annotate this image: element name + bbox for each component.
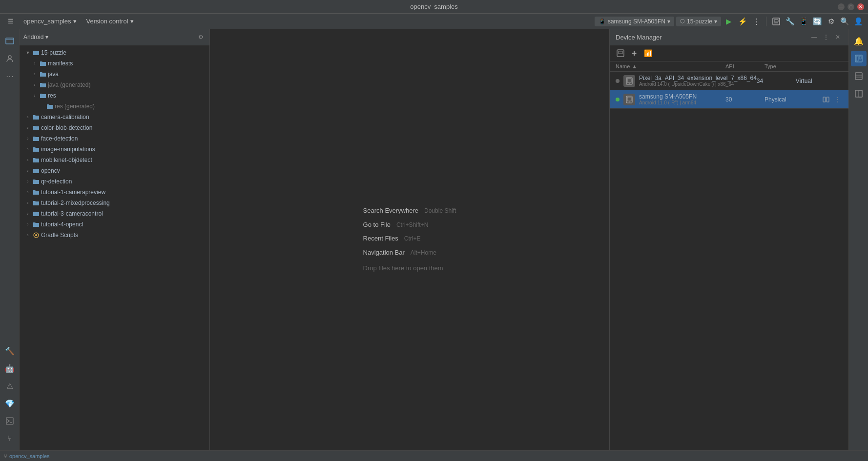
expand-face-detection-arrow[interactable]: ›: [24, 135, 31, 142]
sidebar-more-icon[interactable]: ⋯: [2, 68, 18, 84]
tree-label: tutorial-3-cameracontrol: [41, 210, 103, 217]
sidebar-build-icon[interactable]: 🔨: [2, 343, 18, 359]
expand-qr-detection-arrow[interactable]: ›: [24, 178, 31, 185]
file-tree-toolbar: ⚙: [196, 32, 206, 42]
expand-java-arrow[interactable]: ›: [31, 71, 38, 78]
hint-search-everywhere: Search Everywhere Double Shift: [363, 204, 456, 218]
expand-opencv-arrow[interactable]: ›: [24, 167, 31, 174]
device-mirror-btn[interactable]: [821, 95, 831, 104]
device-manager-toolbar-icon[interactable]: [770, 16, 782, 27]
expand-t1-arrow[interactable]: ›: [24, 189, 31, 196]
status-bar: ⑂ opencv_samples: [0, 450, 868, 461]
tree-item-tutorial-1-camerapreview[interactable]: › tutorial-1-camerapreview: [20, 187, 209, 198]
tree-item-tutorial-4-opencl[interactable]: › tutorial-4-opencl: [20, 219, 209, 230]
settings-button[interactable]: ⚙: [825, 16, 837, 27]
account-button[interactable]: 👤: [852, 16, 864, 27]
tree-item-res-generated[interactable]: res (generated): [20, 101, 209, 112]
svg-rect-12: [627, 79, 631, 82]
dm-close-btn[interactable]: ✕: [833, 32, 843, 42]
dm-table-header: Name ▲ API Type: [610, 61, 848, 72]
folder-icon: [32, 135, 40, 142]
dm-add-button[interactable]: +: [629, 48, 639, 58]
expand-color-blob-arrow[interactable]: ›: [24, 124, 31, 131]
device-selector[interactable]: 📱 samsung SM-A505FN ▾: [595, 17, 674, 26]
profile-run-button[interactable]: ⚡: [737, 16, 748, 27]
sidebar-warning-icon[interactable]: ⚠: [2, 378, 18, 394]
tree-item-tutorial-3-cameracontrol[interactable]: › tutorial-3-cameracontrol: [20, 208, 209, 219]
more-run-options-button[interactable]: ⋮: [750, 16, 762, 27]
tree-item-qr-detection[interactable]: › qr-detection: [20, 176, 209, 187]
sync-button[interactable]: 🔄: [811, 16, 823, 27]
expand-gradle-arrow[interactable]: ›: [24, 232, 31, 239]
expand-t3-arrow[interactable]: ›: [24, 210, 31, 217]
device-row-actions: ⋮: [813, 95, 843, 104]
expand-java-gen-arrow[interactable]: ›: [31, 81, 38, 88]
tree-item-tutorial-2-mixedprocessing[interactable]: › tutorial-2-mixedprocessing: [20, 198, 209, 208]
tree-label: camera-calibration: [41, 114, 89, 120]
expand-image-manip-arrow[interactable]: ›: [24, 146, 31, 153]
android-view-label: Android: [23, 34, 43, 40]
dm-toolbar: + 📶: [610, 45, 848, 61]
expand-camera-arrow[interactable]: ›: [24, 114, 31, 120]
expand-15-puzzle-arrow[interactable]: ▼: [24, 49, 31, 56]
tree-label: tutorial-2-mixedprocessing: [41, 200, 110, 206]
tree-item-camera-calibration[interactable]: › camera-calibration: [20, 112, 209, 122]
svg-rect-1: [774, 20, 778, 22]
tree-item-image-manipulations[interactable]: › image-manipulations: [20, 144, 209, 155]
device-name: Pixel_3a_API_34_extension_level_7_x86_64: [639, 75, 757, 81]
tree-item-java[interactable]: › java: [20, 69, 209, 80]
dm-wifi-button[interactable]: 📶: [643, 48, 653, 58]
file-tree-gear-icon[interactable]: ⚙: [196, 32, 206, 42]
dm-virtual-tab[interactable]: [616, 48, 625, 58]
folder-icon: [32, 124, 40, 132]
status-branch-item[interactable]: ⑂ opencv_samples: [4, 453, 50, 459]
device-overflow-btn[interactable]: ⋮: [833, 95, 843, 104]
maximize-btn[interactable]: □: [847, 3, 854, 10]
dm-device-row-pixel3a[interactable]: Pixel_3a_API_34_extension_level_7_x86_64…: [610, 72, 848, 90]
tree-item-res[interactable]: › res: [20, 90, 209, 101]
right-panel-2-icon[interactable]: [851, 68, 867, 84]
run-config-selector[interactable]: ⬡ 15-puzzle ▾: [676, 17, 721, 26]
tree-item-java-generated[interactable]: › java (generated): [20, 80, 209, 90]
sidebar-git-icon[interactable]: ⑂: [2, 431, 18, 446]
notifications-icon[interactable]: 🔔: [851, 33, 867, 49]
avd-manager-button[interactable]: 📱: [798, 16, 809, 27]
version-control-menu[interactable]: Version control ▾: [83, 16, 138, 27]
sdk-manager-button[interactable]: 🔧: [784, 16, 796, 27]
expand-mobilenet-arrow[interactable]: ›: [24, 157, 31, 163]
dm-col-name-header[interactable]: Name ▲: [616, 63, 725, 69]
dm-overflow-btn[interactable]: ⋮: [821, 32, 831, 42]
sidebar-android-icon[interactable]: 🤖: [2, 361, 18, 376]
tree-item-manifests[interactable]: › manifests: [20, 58, 209, 69]
tree-item-gradle-scripts[interactable]: › Gradle Scripts: [20, 230, 209, 241]
sidebar-terminal-icon[interactable]: [2, 413, 18, 429]
sidebar-project-icon[interactable]: [2, 33, 18, 49]
sidebar-gem-icon[interactable]: 💎: [2, 396, 18, 411]
minimize-btn[interactable]: —: [838, 3, 845, 10]
tree-item-15-puzzle[interactable]: ▼ 15-puzzle: [20, 47, 209, 58]
expand-t2-arrow[interactable]: ›: [24, 200, 31, 206]
run-button[interactable]: ▶: [723, 16, 735, 27]
device-manager-panel-icon[interactable]: [851, 51, 867, 66]
expand-res-arrow[interactable]: ›: [31, 92, 38, 99]
tree-item-color-blob-detection[interactable]: › color-blob-detection: [20, 122, 209, 133]
tree-item-mobilenet-objdetect[interactable]: › mobilenet-objdetect: [20, 155, 209, 165]
run-config-arrow-icon: ▾: [714, 18, 717, 25]
tree-item-face-detection[interactable]: › face-detection: [20, 133, 209, 144]
close-btn[interactable]: ✕: [857, 3, 864, 10]
android-view-arrow[interactable]: ▾: [45, 34, 48, 40]
tree-item-opencv[interactable]: › opencv: [20, 165, 209, 176]
folder-icon: [46, 102, 54, 110]
dm-minimize-btn[interactable]: —: [809, 32, 819, 42]
hamburger-menu[interactable]: ☰: [4, 16, 18, 27]
expand-manifests-arrow[interactable]: ›: [31, 60, 38, 67]
project-menu[interactable]: opencv_samples ▾: [20, 16, 81, 27]
right-panel-3-icon[interactable]: [851, 86, 867, 101]
dm-header: Device Manager — ⋮ ✕: [610, 29, 848, 45]
folder-icon: [39, 92, 47, 100]
search-button[interactable]: 🔍: [839, 16, 850, 27]
dm-device-row-samsung[interactable]: samsung SM-A505FN Android 11.0 ("R") | a…: [610, 90, 848, 109]
folder-icon: [39, 60, 47, 67]
expand-t4-arrow[interactable]: ›: [24, 221, 31, 228]
sidebar-profiles-icon[interactable]: [2, 51, 18, 66]
